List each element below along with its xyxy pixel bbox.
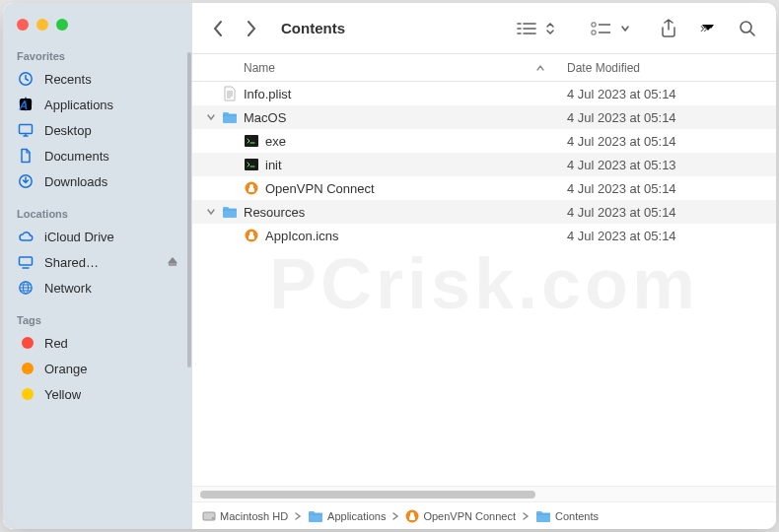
sidebar-item-label: iCloud Drive [44,230,114,244]
sidebar-item-label: Desktop [44,123,92,138]
file-date-label: 4 Jul 2023 at 05:13 [559,158,776,172]
path-item[interactable]: OpenVPN Connect [405,509,516,523]
sidebar-item-label: Orange [44,362,87,376]
sidebar-item-label: Applications [44,98,113,112]
more-button[interactable]: » [693,15,723,42]
file-name-label: MacOS [240,110,559,125]
file-list: PCrisk.com Info.plist4 Jul 2023 at 05:14… [192,82,776,486]
svg-point-12 [741,22,751,33]
sidebar-item-network[interactable]: Network [3,275,192,300]
path-item-label: Applications [327,510,386,522]
sort-indicator-icon [535,64,545,72]
sidebar-item-label: Network [44,281,92,296]
tag-dot-icon [17,385,35,403]
file-date-label: 4 Jul 2023 at 05:14 [559,181,776,196]
doc-icon [17,147,35,165]
tag-dot-icon [17,360,35,377]
minimize-button[interactable] [36,19,48,31]
svg-point-20 [212,517,214,519]
cloud-icon [17,228,35,245]
sidebar-item-shared-[interactable]: Shared… [3,249,192,275]
column-date[interactable]: Date Modified [559,61,776,75]
file-row[interactable]: Info.plist4 Jul 2023 at 05:14 [192,82,776,105]
share-button[interactable] [654,15,683,42]
sidebar-item-label: Shared… [44,255,99,270]
window-controls [3,13,192,44]
path-item[interactable]: Macintosh HD [202,509,288,523]
disclosure-triangle-icon[interactable] [202,208,220,216]
file-row[interactable]: AppIcon.icns4 Jul 2023 at 05:14 [192,224,776,247]
plist-icon [220,86,240,101]
group-chevron-icon[interactable] [618,15,632,42]
svg-rect-9 [592,23,596,27]
horizontal-scrollbar[interactable] [192,486,776,501]
path-item-label: Macintosh HD [220,510,288,522]
file-row[interactable]: exe4 Jul 2023 at 05:14 [192,129,776,153]
finder-window: FavoritesRecents𝘈ApplicationsDesktopDocu… [3,3,776,529]
path-separator-icon [294,511,302,521]
sidebar-item-desktop[interactable]: Desktop [3,117,192,143]
file-date-label: 4 Jul 2023 at 05:14 [559,134,776,149]
file-name-label: Resources [240,205,559,220]
forward-button[interactable] [240,15,263,42]
file-date-label: 4 Jul 2023 at 05:14 [559,205,776,220]
view-list-button[interactable] [512,15,541,42]
file-row[interactable]: OpenVPN Connect4 Jul 2023 at 05:14 [192,176,776,200]
main-pane: Contents » [192,3,776,529]
svg-rect-14 [245,159,258,170]
file-name-label: Info.plist [240,87,559,101]
sidebar-item-orange[interactable]: Orange [3,356,192,381]
sidebar-scrollbar[interactable] [187,52,191,367]
tag-dot-icon [17,334,35,352]
horizontal-scrollbar-thumb[interactable] [200,491,535,499]
window-title: Contents [281,20,345,36]
sidebar-item-icloud-drive[interactable]: iCloud Drive [3,224,192,249]
path-separator-icon [391,511,399,521]
eject-icon[interactable] [167,256,178,268]
group-button[interactable] [587,15,616,42]
close-button[interactable] [17,19,29,31]
search-button[interactable] [733,15,762,42]
folder-icon [535,509,551,523]
toolbar: Contents » [192,3,776,54]
file-name-label: AppIcon.icns [261,229,559,243]
file-row[interactable]: Resources4 Jul 2023 at 05:14 [192,200,776,224]
svg-rect-22 [409,516,415,520]
sidebar-item-downloads[interactable]: Downloads [3,168,192,194]
sidebar-item-applications[interactable]: 𝘈Applications [3,92,192,117]
file-name-label: exe [261,134,559,149]
sidebar-item-yellow[interactable]: Yellow [3,381,192,407]
path-item[interactable]: Contents [535,509,599,523]
path-item[interactable]: Applications [308,509,386,523]
file-name-label: OpenVPN Connect [261,181,559,196]
path-bar: Macintosh HDApplicationsOpenVPN ConnectC… [192,501,776,529]
sidebar-item-label: Documents [44,149,109,164]
apps-icon: 𝘈 [17,96,35,113]
sidebar-item-red[interactable]: Red [3,330,192,356]
sidebar-item-label: Recents [44,72,92,87]
back-button[interactable] [206,15,230,42]
svg-rect-10 [592,31,596,34]
column-name[interactable]: Name [192,61,559,75]
folder-icon [308,509,323,523]
file-row[interactable]: MacOS4 Jul 2023 at 05:14 [192,105,776,129]
watermark-text: PCrisk.com [269,243,699,324]
ovpn-icon [242,181,261,195]
sidebar-item-documents[interactable]: Documents [3,143,192,168]
path-item-label: OpenVPN Connect [423,510,516,522]
disclosure-triangle-icon[interactable] [202,113,220,121]
sidebar-item-recents[interactable]: Recents [3,66,192,92]
ovpn-icon [405,509,419,523]
svg-rect-16 [248,188,254,192]
svg-rect-13 [245,135,258,147]
download-icon [17,172,35,190]
ovpn-icon [242,229,261,242]
view-updown-icon[interactable] [543,15,557,42]
column-header: Name Date Modified [192,54,776,82]
svg-rect-19 [203,512,215,520]
folder-icon [220,110,240,124]
svg-text:»: » [700,23,708,34]
file-row[interactable]: init4 Jul 2023 at 05:13 [192,153,776,176]
maximize-button[interactable] [56,19,68,31]
svg-text:𝘈: 𝘈 [19,98,28,112]
